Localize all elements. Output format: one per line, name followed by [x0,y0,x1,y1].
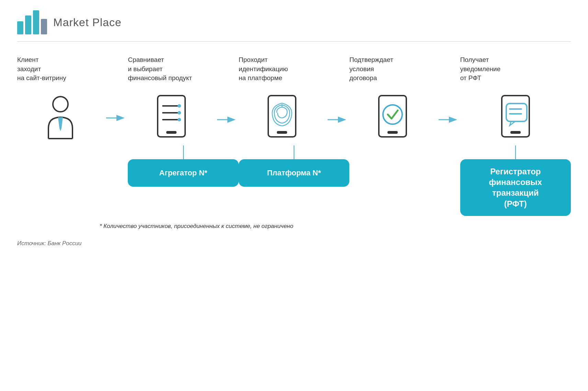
person-svg [42,94,79,142]
confirm-svg [374,94,411,145]
step-platform-bottom: Платформа N* [239,145,349,187]
step-aggregator: Сравниваети выбираетфинансовый продукт [128,55,238,187]
aggregator-svg [152,94,190,145]
svg-rect-20 [506,104,527,121]
platform-device-icon [239,94,325,145]
connector-rft [515,145,516,159]
arrow-4 [436,115,460,125]
arrow-1 [104,113,128,123]
connector-platform [294,145,294,159]
svg-rect-17 [387,131,398,134]
aggregator-device-icon [128,94,214,145]
svg-rect-3 [158,96,185,137]
logo-text: Market Place [53,16,122,29]
confirm-device-icon [349,94,436,145]
blue-box-aggregator: Агрегатор N* [128,159,238,187]
rft-svg [497,94,534,145]
rft-device-icon [460,94,571,145]
platform-svg [263,94,301,145]
svg-point-16 [383,105,402,124]
main-content: Клиентзаходитна сайт-витрину [0,42,588,254]
step-platform: Проходитидентификациюна платформе [239,55,349,187]
logo-bar-2 [25,15,31,34]
header: Market Place [0,0,588,41]
arrow-svg-4 [438,115,459,125]
step-rft-bottom: Регистраторфинансовыхтранзакций(РФТ) [460,145,571,216]
svg-point-8 [178,111,181,115]
arrow-svg-1 [105,113,126,123]
svg-rect-13 [277,131,287,134]
svg-rect-10 [166,131,177,134]
step-aggregator-label: Сравниваети выбираетфинансовый продукт [128,55,238,86]
arrow-svg-2 [216,115,237,125]
step-confirm-icon-row [349,94,460,145]
step-rft-icon-row [460,94,571,145]
step-client: Клиентзаходитна сайт-витрину [17,55,128,183]
arrow-svg-3 [327,115,348,125]
client-icon [17,94,104,142]
flow-container: Клиентзаходитна сайт-витрину [17,55,571,216]
step-rft-label: Получаетуведомлениеот РФТ [460,55,571,86]
svg-rect-23 [510,131,521,134]
step-client-icon-row [17,94,128,142]
step-rft: Получаетуведомлениеот РФТ [460,55,571,216]
logo-icon [17,10,47,34]
footnote: * Количество участников, присоединенных … [17,223,571,230]
svg-point-9 [178,118,181,121]
step-platform-label: Проходитидентификациюна платформе [239,55,349,86]
svg-point-0 [53,97,68,112]
svg-point-7 [178,104,181,108]
source: Источник: Банк России [17,240,571,247]
logo-bar-1 [17,21,23,34]
step-aggregator-bottom: Агрегатор N* [128,145,238,187]
step-platform-icon-row [239,94,349,145]
step-client-label: Клиентзаходитна сайт-витрину [17,55,128,86]
step-confirm: Подтверждаетусловиядоговора [349,55,460,187]
svg-marker-1 [58,117,63,131]
logo-bar-4 [41,19,47,34]
step-confirm-label: Подтверждаетусловиядоговора [349,55,460,86]
blue-box-platform: Платформа N* [239,159,349,187]
arrow-2 [215,115,239,125]
blue-box-rft: Регистраторфинансовыхтранзакций(РФТ) [460,159,571,216]
arrow-3 [325,115,349,125]
step-aggregator-icon-row [128,94,238,145]
connector-aggregator [183,145,184,159]
logo-bar-3 [33,10,39,34]
